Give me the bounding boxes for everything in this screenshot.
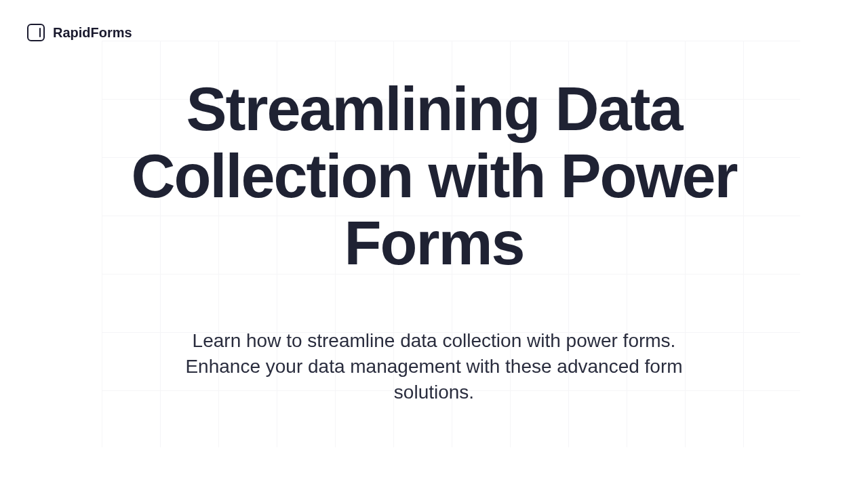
- brand-logo: RapidForms: [27, 24, 132, 41]
- brand-icon: [27, 24, 45, 41]
- page-subtitle: Learn how to streamline data collection …: [170, 328, 698, 405]
- page-title: Streamlining Data Collection with Power …: [54, 76, 814, 277]
- brand-name: RapidForms: [53, 25, 132, 41]
- hero-content: Streamlining Data Collection with Power …: [0, 0, 868, 488]
